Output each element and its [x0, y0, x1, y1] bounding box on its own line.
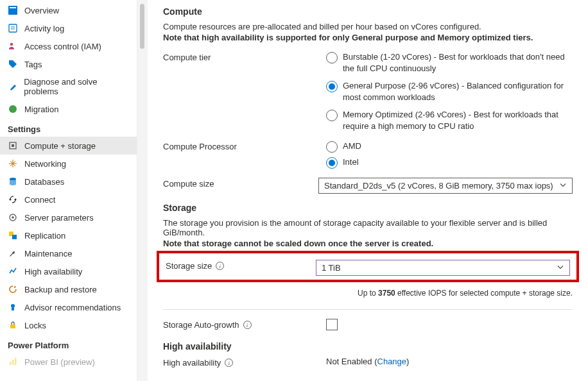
access-control-icon: [8, 41, 18, 51]
activity-log-icon: [8, 23, 18, 33]
info-icon[interactable]: i: [225, 359, 233, 367]
svg-rect-20: [12, 360, 14, 365]
ha-title: High availability: [163, 341, 573, 351]
sidebar-item-activity-log[interactable]: Activity log: [0, 19, 137, 37]
sidebar-item-label: Maintenance: [24, 249, 72, 258]
sidebar-item-high-availability[interactable]: High availability: [0, 262, 137, 280]
storage-iops-hint: Up to 3750 effective IOPS for selected c…: [163, 289, 573, 298]
sidebar-item-label: Overview: [24, 6, 59, 15]
info-icon[interactable]: i: [243, 321, 252, 329]
svg-point-16: [11, 304, 15, 308]
sidebar-item-server-parameters[interactable]: Server parameters: [0, 208, 137, 226]
ha-value-row: Not Enabled (Change): [326, 357, 573, 366]
sidebar-item-replication[interactable]: Replication: [0, 226, 137, 244]
svg-rect-17: [12, 308, 14, 310]
content: Compute Compute resources are pre-alloca…: [148, 0, 588, 381]
select-value: Standard_D2ds_v5 (2 vCores, 8 GiB memory…: [324, 181, 553, 190]
label-text: Storage size: [166, 261, 212, 271]
sidebar-item-maintenance[interactable]: Maintenance: [0, 244, 137, 262]
storage-title: Storage: [163, 203, 573, 213]
label-text: Storage Auto-growth: [163, 320, 239, 330]
ha-value: Not Enabled: [326, 357, 372, 366]
replication-icon: [8, 230, 18, 241]
sidebar-item-label: Activity log: [24, 24, 64, 33]
sidebar-item-label: Power BI (preview): [24, 357, 95, 367]
compute-size-select[interactable]: Standard_D2ds_v5 (2 vCores, 8 GiB memory…: [318, 178, 573, 194]
sidebar-item-label: Advisor recommendations: [24, 303, 121, 312]
overview-icon: [8, 5, 18, 15]
svg-rect-18: [10, 325, 15, 328]
sidebar-item-access-control[interactable]: Access control (IAM): [0, 37, 137, 55]
compute-tier-general-purpose[interactable]: General Purpose (2-96 vCores) - Balanced…: [326, 80, 573, 103]
radio-label: General Purpose (2-96 vCores) - Balanced…: [343, 80, 573, 103]
sidebar-item-compute-storage[interactable]: Compute + storage: [0, 137, 137, 155]
svg-rect-2: [9, 24, 17, 32]
compute-note: Note that high availability is supported…: [163, 33, 573, 42]
sidebar-item-tags[interactable]: Tags: [0, 55, 137, 73]
sidebar-item-advisor[interactable]: Advisor recommendations: [0, 298, 137, 316]
svg-point-11: [15, 199, 17, 201]
sidebar-item-label: Connect: [24, 195, 55, 205]
sidebar-item-overview[interactable]: Overview: [0, 1, 137, 19]
svg-rect-8: [12, 144, 14, 147]
compute-title: Compute: [163, 6, 573, 17]
wrench-icon: [8, 81, 17, 92]
sidebar-item-label: Migration: [24, 105, 58, 114]
power-bi-icon: [8, 357, 18, 367]
compute-processor-label: Compute Processor: [163, 140, 326, 151]
storage-size-label: Storage size i: [166, 260, 316, 271]
radio-label: Burstable (1-20 vCores) - Best for workl…: [343, 51, 573, 74]
storage-autogrowth-label: Storage Auto-growth i: [163, 319, 326, 330]
connect-icon: [8, 194, 18, 205]
sidebar-item-locks[interactable]: Locks: [0, 316, 137, 334]
storage-size-highlight: Storage size i 1 TiB: [157, 251, 579, 282]
ha-change-link[interactable]: Change: [377, 357, 407, 366]
storage-note: Note that storage cannot be scaled down …: [163, 239, 573, 248]
storage-size-select[interactable]: 1 TiB: [316, 260, 570, 276]
radio-label: Intel: [343, 157, 359, 168]
sidebar-item-migration[interactable]: Migration: [0, 100, 137, 118]
sidebar-item-label: Diagnose and solve problems: [24, 77, 129, 96]
scrollbar-thumb[interactable]: [140, 4, 144, 49]
sidebar-item-networking[interactable]: Networking: [0, 155, 137, 173]
networking-icon: [8, 158, 18, 169]
sidebar-item-label: Locks: [24, 321, 46, 330]
compute-processor-intel[interactable]: Intel: [326, 157, 573, 169]
svg-rect-21: [15, 358, 17, 365]
svg-point-10: [10, 199, 12, 201]
radio-label: AMD: [343, 140, 361, 152]
chevron-down-icon: [557, 263, 564, 273]
scrollbar[interactable]: [137, 0, 148, 381]
compute-tier-memory-optimized[interactable]: Memory Optimized (2-96 vCores) - Best fo…: [326, 109, 573, 131]
radio-icon: [326, 141, 338, 153]
radio-icon: [326, 110, 338, 121]
sidebar-item-label: Access control (IAM): [24, 42, 101, 51]
svg-rect-1: [10, 7, 16, 8]
sidebar-item-label: High availability: [24, 267, 82, 276]
chevron-down-icon: [559, 181, 567, 190]
radio-icon: [326, 52, 338, 64]
compute-processor-amd[interactable]: AMD: [326, 140, 573, 153]
high-availability-icon: [8, 266, 18, 276]
compute-tier-burstable[interactable]: Burstable (1-20 vCores) - Best for workl…: [326, 51, 573, 74]
radio-icon: [326, 157, 338, 169]
sidebar-item-label: Databases: [24, 177, 64, 187]
sidebar-item-power-bi[interactable]: Power BI (preview): [0, 353, 137, 371]
sidebar-item-label: Compute + storage: [24, 141, 96, 151]
info-icon[interactable]: i: [216, 262, 224, 270]
sidebar-item-backup-restore[interactable]: Backup and restore: [0, 280, 137, 298]
compute-tier-label: Compute tier: [163, 51, 326, 62]
compute-icon: [8, 140, 18, 151]
sidebar-item-label: Replication: [24, 231, 65, 241]
sidebar-item-databases[interactable]: Databases: [0, 173, 137, 190]
storage-autogrowth-checkbox[interactable]: [326, 319, 338, 330]
select-value: 1 TiB: [322, 263, 341, 273]
storage-desc: The storage you provision is the amount …: [163, 218, 573, 237]
sidebar-item-label: Server parameters: [24, 213, 94, 223]
sidebar-heading-power-platform: Power Platform: [0, 334, 137, 353]
compute-tier-radio-group: Burstable (1-20 vCores) - Best for workl…: [326, 51, 573, 131]
sidebar-item-diagnose[interactable]: Diagnose and solve problems: [0, 73, 137, 100]
sidebar-item-connect[interactable]: Connect: [0, 190, 137, 208]
label-text: High availability: [163, 358, 221, 368]
svg-point-6: [9, 105, 17, 113]
